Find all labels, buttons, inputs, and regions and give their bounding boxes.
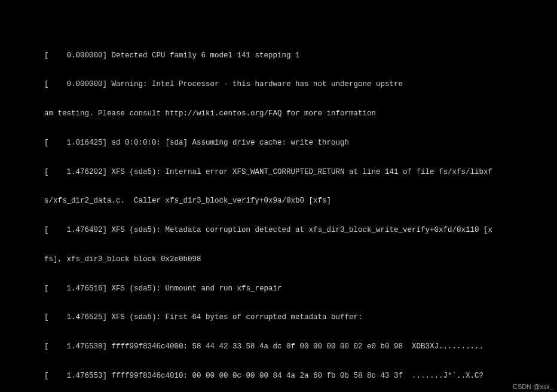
log-line: [ 1.476516] XFS (sda5): Unmount and run … xyxy=(44,284,545,293)
log-line: fs], xfs_dir3_block block 0x2e0b098 xyxy=(44,255,545,264)
log-line: [ 1.476202] XFS (sda5): Internal error X… xyxy=(44,167,545,177)
log-line: [ 1.016425] sd 0:0:0:0: [sda] Assuming d… xyxy=(44,138,545,148)
console-output: [ 0.000000] Detected CPU family 6 model … xyxy=(0,0,557,392)
log-line: [ 0.000000] Warning: Intel Processor - t… xyxy=(44,79,545,89)
log-line: [ 1.476492] XFS (sda5): Metadata corrupt… xyxy=(44,225,545,235)
log-line: am testing. Please consult http://wiki.c… xyxy=(44,109,545,118)
log-line: s/xfs_dir2_data.c. Caller xfs_dir3_block… xyxy=(44,196,545,206)
log-line: [ 0.000000] Detected CPU family 6 model … xyxy=(44,51,545,60)
watermark-text: CSDN @xsx_ xyxy=(513,382,553,391)
log-line: [ 1.476525] XFS (sda5): First 64 bytes o… xyxy=(44,313,545,322)
log-line: [ 1.476538] ffff99f8346c4000: 58 44 42 3… xyxy=(44,342,545,351)
log-line: [ 1.476553] ffff99f8346c4010: 00 00 00 0… xyxy=(44,371,545,381)
